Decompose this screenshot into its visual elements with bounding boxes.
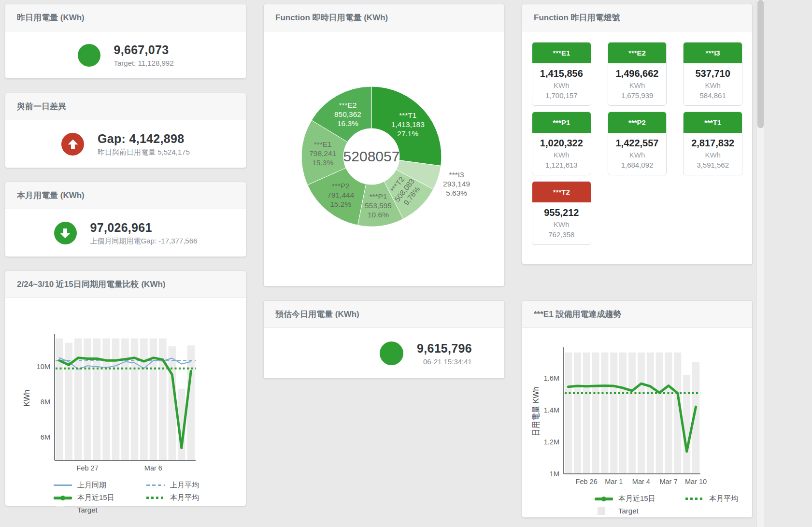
target-bar <box>601 353 608 474</box>
donut-center-total: 5208057 <box>343 148 400 164</box>
yesterday-usage-value: 9,667,073 <box>114 43 174 57</box>
light-tile-unit: KWh <box>685 151 740 159</box>
y-tick-label: 10M <box>37 363 50 370</box>
legend-item[interactable]: 本月平均 <box>146 493 246 502</box>
card-title: 昨日用電量 (KWh) <box>5 4 246 31</box>
compare-chart-legend: 上月同期 上月平均 本月近15日 本月平均 Target <box>54 481 246 514</box>
target-bar <box>140 338 148 460</box>
legend-label: 本月平均 <box>170 493 199 502</box>
light-tile-I3: ***I3537,710KWh584,861 <box>683 42 742 106</box>
target-swatch <box>598 507 605 515</box>
target-bar <box>656 353 663 474</box>
light-tile-status: ***P2 <box>608 112 667 133</box>
light-tile-value: 1,496,662 <box>610 68 665 79</box>
day-gap-subtitle: 昨日與前日用電量 5,524,175 <box>98 148 190 157</box>
trend-chart-legend: 本月近15日 本月平均 Target <box>595 494 752 515</box>
card-e1-trend-chart: ***E1 設備用電達成趨勢 1M1.2M1.4M1.6MFeb 26Mar 1… <box>522 300 753 518</box>
light-tile-status: ***P1 <box>532 112 591 133</box>
card-yesterday-usage: 昨日用電量 (KWh) 9,667,073 Target: 11,128,992 <box>5 4 246 79</box>
target-bar <box>683 375 690 474</box>
green-dotted-swatch <box>685 498 704 500</box>
blue-line-swatch <box>54 484 72 486</box>
yesterday-usage-target: Target: 11,128,992 <box>114 59 174 67</box>
green-line-swatch <box>595 498 613 500</box>
y-tick-label: 1M <box>550 470 559 478</box>
realtime-usage-donut: ***T11,413,18327.1%***I3293,1495.63%***T… <box>264 31 505 285</box>
light-tile-target: 1,121,613 <box>534 161 589 169</box>
card-title: 預估今日用電量 (KWh) <box>264 301 504 328</box>
legend-label: 上月同期 <box>77 481 106 490</box>
light-tile-target: 3,591,562 <box>685 161 740 169</box>
light-tile-E2: ***E21,496,662KWh1,675,939 <box>608 42 667 106</box>
x-tick-label: Mar 7 <box>659 478 677 485</box>
light-tile-unit: KWh <box>534 81 589 89</box>
card-title: 與前一日差異 <box>5 93 246 120</box>
y-tick-label: 1.6M <box>544 374 559 382</box>
x-tick-label: Feb 27 <box>77 464 99 472</box>
light-tile-unit: KWh <box>534 151 589 159</box>
legend-item[interactable]: 上月同期 <box>54 481 146 490</box>
target-bar <box>619 353 627 474</box>
legend-item[interactable]: 本月近15日 <box>54 493 146 502</box>
light-tile-value: 955,212 <box>534 207 589 218</box>
light-tile-status: ***E2 <box>608 43 667 63</box>
legend-label: Target <box>77 506 98 514</box>
target-bar <box>56 338 63 460</box>
y-tick-label: 1.4M <box>544 406 559 414</box>
target-bar <box>628 353 636 474</box>
light-tile-target: 1,675,939 <box>610 91 665 100</box>
green-line-swatch <box>54 497 72 499</box>
light-tile-unit: KWh <box>534 220 589 228</box>
target-bar <box>647 353 654 474</box>
legend-label: 上月平均 <box>170 481 199 490</box>
estimate-today-time: 06-21 15:34:41 <box>417 357 472 366</box>
y-tick-label: 8M <box>41 398 50 406</box>
card-month-usage: 本月用電量 (KWh) 97,026,961 上個月同期用電Gap: -17,3… <box>5 182 246 257</box>
light-tile-target: 584,861 <box>685 91 740 100</box>
light-tile-unit: KWh <box>610 151 665 159</box>
x-tick-label: Mar 6 <box>144 464 162 472</box>
light-tile-value: 537,710 <box>685 68 740 79</box>
card-realtime-donut: Function 即時日用電量 (KWh) ***T11,413,18327.1… <box>263 4 505 286</box>
light-tile-P2: ***P21,422,557KWh1,684,092 <box>608 112 667 175</box>
light-tile-unit: KWh <box>685 81 740 89</box>
card-compare-chart: 2/24~3/10 近15日同期用電量比較 (KWh) 6M8M10MFeb 2… <box>5 271 246 506</box>
light-tile-P1: ***P11,020,322KWh1,121,613 <box>532 112 591 175</box>
y-axis-label: KWh <box>23 390 31 407</box>
legend-item[interactable]: 上月平均 <box>146 481 246 490</box>
y-tick-label: 6M <box>41 433 50 441</box>
vertical-scrollbar[interactable] <box>756 0 764 527</box>
legend-item-target[interactable]: Target <box>595 507 685 515</box>
legend-label: 本月近15日 <box>77 493 114 502</box>
legend-item[interactable]: 本月平均 <box>685 494 752 503</box>
target-bar <box>583 353 590 474</box>
card-estimate-today: 預估今日用電量 (KWh) 9,615,796 06-21 15:34:41 <box>263 300 505 379</box>
month-usage-value: 97,026,961 <box>90 221 198 235</box>
month-usage-gap: 上個月同期用電Gap: -17,377,566 <box>90 237 198 246</box>
light-tile-E1: ***E11,415,856KWh1,700,157 <box>532 42 591 106</box>
legend-item-target[interactable]: Target <box>54 506 146 514</box>
donut-slice-label: ***I3293,1495.63% <box>443 171 470 197</box>
light-tile-value: 1,020,322 <box>534 138 589 149</box>
light-tile-status: ***E1 <box>532 43 591 63</box>
light-tile-value: 1,422,557 <box>610 138 665 149</box>
status-circle-icon <box>78 44 100 67</box>
estimate-today-value: 9,615,796 <box>417 342 472 356</box>
light-tile-value: 2,817,832 <box>685 138 740 149</box>
target-swatch <box>57 506 64 514</box>
light-tile-value: 1,415,856 <box>534 68 589 79</box>
target-bar <box>574 353 581 474</box>
status-circle-icon <box>380 342 403 365</box>
scrollbar-thumb[interactable] <box>757 0 764 128</box>
trend-chart-title: ***E1 設備用電達成趨勢 <box>522 301 752 328</box>
legend-item[interactable]: 本月近15日 <box>595 494 685 503</box>
target-bar <box>565 353 572 474</box>
light-tile-status: ***T1 <box>684 112 742 133</box>
target-bar <box>121 338 129 460</box>
light-tile-target: 1,684,092 <box>610 161 665 169</box>
y-tick-label: 1.2M <box>544 438 559 446</box>
e1-trend-chart: 1M1.2M1.4M1.6MFeb 26Mar 1Mar 4Mar 7Mar 1… <box>529 345 746 490</box>
target-bar <box>610 353 617 474</box>
day-gap-value: Gap: 4,142,898 <box>98 132 190 146</box>
light-tile-target: 762,358 <box>534 230 589 239</box>
